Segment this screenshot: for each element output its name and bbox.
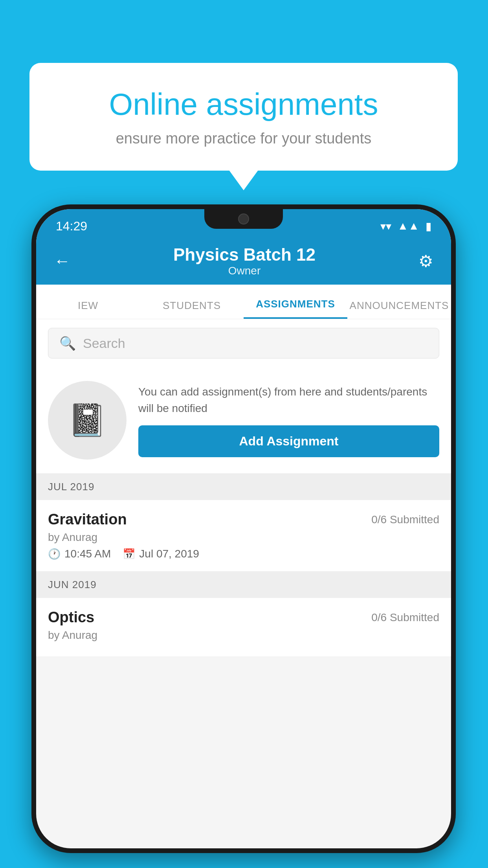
status-time: 14:29 (56, 219, 87, 234)
settings-icon[interactable]: ⚙ (418, 252, 433, 271)
assignment-date: 📅 Jul 07, 2019 (123, 548, 199, 560)
promo-text: You can add assignment(s) from here and … (138, 384, 439, 417)
calendar-icon: 📅 (123, 548, 135, 560)
phone-screen: 14:29 ▾▾ ▲▲ ▮ ← Physics Batch 12 Owner ⚙… (36, 209, 451, 848)
bubble-title: Online assignments (57, 86, 430, 122)
section-header-jun: JUN 2019 (36, 572, 451, 598)
signal-icon: ▲▲ (398, 220, 419, 232)
speech-bubble: Online assignments ensure more practice … (29, 63, 458, 171)
header-subtitle: Owner (173, 265, 316, 277)
assignment-item-gravitation[interactable]: Gravitation 0/6 Submitted by Anurag 🕐 10… (36, 500, 451, 572)
tab-students[interactable]: STUDENTS (140, 300, 244, 319)
assignment-item-optics[interactable]: Optics 0/6 Submitted by Anurag (36, 598, 451, 657)
tab-assignments[interactable]: ASSIGNMENTS (244, 298, 347, 319)
phone-wrapper: 14:29 ▾▾ ▲▲ ▮ ← Physics Batch 12 Owner ⚙… (31, 204, 456, 853)
assignment-title-optics: Optics (48, 609, 94, 626)
battery-icon: ▮ (426, 220, 431, 233)
tab-announcements[interactable]: ANNOUNCEMENTS (347, 300, 451, 319)
assignment-meta-gravitation: 🕐 10:45 AM 📅 Jul 07, 2019 (48, 548, 439, 560)
assignment-top-row-optics: Optics 0/6 Submitted (48, 609, 439, 626)
wifi-icon: ▾▾ (380, 220, 391, 233)
speech-bubble-container: Online assignments ensure more practice … (29, 63, 458, 171)
clock-icon: 🕐 (48, 548, 61, 560)
notebook-icon: 📓 (68, 402, 107, 439)
assignment-date-value: Jul 07, 2019 (139, 548, 199, 560)
status-icons: ▾▾ ▲▲ ▮ (380, 220, 431, 233)
assignment-time-value: 10:45 AM (64, 548, 111, 560)
assignment-top-row: Gravitation 0/6 Submitted (48, 511, 439, 528)
phone-notch (204, 209, 283, 229)
assignment-submitted-optics: 0/6 Submitted (371, 611, 439, 624)
back-button[interactable]: ← (54, 252, 70, 270)
assignment-time: 🕐 10:45 AM (48, 548, 111, 560)
search-icon: 🔍 (59, 335, 76, 351)
assignment-by-optics: by Anurag (48, 629, 439, 642)
search-input[interactable]: Search (83, 336, 125, 351)
tabs-bar: IEW STUDENTS ASSIGNMENTS ANNOUNCEMENTS (36, 285, 451, 319)
app-header: ← Physics Batch 12 Owner ⚙ (36, 237, 451, 285)
assignment-by-gravitation: by Anurag (48, 531, 439, 544)
promo-content: You can add assignment(s) from here and … (138, 384, 439, 457)
phone-outer: 14:29 ▾▾ ▲▲ ▮ ← Physics Batch 12 Owner ⚙… (31, 204, 456, 853)
header-title: Physics Batch 12 (173, 245, 316, 265)
header-center: Physics Batch 12 Owner (173, 245, 316, 277)
phone-camera (238, 213, 249, 224)
section-header-jul: JUL 2019 (36, 474, 451, 500)
assignment-submitted-gravitation: 0/6 Submitted (371, 513, 439, 526)
promo-icon-circle: 📓 (48, 381, 127, 460)
tab-iew[interactable]: IEW (36, 300, 140, 319)
search-bar[interactable]: 🔍 Search (48, 328, 439, 359)
promo-section: 📓 You can add assignment(s) from here an… (36, 367, 451, 474)
assignment-title-gravitation: Gravitation (48, 511, 127, 528)
search-container: 🔍 Search (36, 319, 451, 367)
bubble-subtitle: ensure more practice for your students (57, 130, 430, 147)
add-assignment-button[interactable]: Add Assignment (138, 425, 439, 457)
